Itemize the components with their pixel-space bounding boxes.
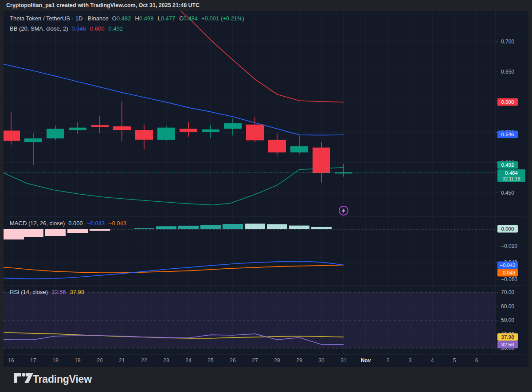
- bb-basis-line: [4, 64, 344, 135]
- macd-badge-2: −0.043: [497, 269, 518, 277]
- macd-hist-bar: [156, 226, 176, 229]
- rsi-values: 32.5637.98: [51, 289, 84, 295]
- macd-legend[interactable]: MACD (12, 26, close) 0.000−0.043−0.043: [10, 220, 126, 227]
- snapshot-title: Cryptopolitan_pa1 created with TradingVi…: [6, 2, 200, 8]
- macd-values: 0.000−0.043−0.043: [68, 220, 126, 227]
- time-label-17[interactable]: 17: [30, 357, 36, 364]
- macd-badge-0: 0.000: [497, 225, 518, 233]
- time-label-30[interactable]: 30: [318, 357, 324, 364]
- ohlc-L: L0.477: [157, 15, 175, 22]
- candle-oct-16: [4, 113, 20, 145]
- rsi-badge-37.98: 37.98: [497, 333, 518, 341]
- time-label-21[interactable]: 21: [119, 357, 125, 364]
- bb-legend-label[interactable]: BB (20, SMA, close, 2): [10, 25, 68, 32]
- tradingview-wordmark[interactable]: TradingView: [33, 373, 92, 385]
- macd-line: [4, 261, 344, 279]
- bb-legend[interactable]: BB (20, SMA, close, 2) 0.5460.6000.492: [10, 25, 123, 32]
- time-label-31[interactable]: 31: [340, 357, 346, 364]
- candle-oct-21: [113, 102, 131, 141]
- candle-oct-19: [69, 122, 86, 133]
- time-label-22[interactable]: 22: [141, 357, 147, 364]
- bb-value-0: 0.546: [72, 25, 86, 32]
- candle-oct-18: [47, 126, 64, 140]
- candle-oct-28: [268, 133, 286, 155]
- price-badge-0.600: 0.600: [497, 98, 518, 106]
- macd-hist-bar: [311, 227, 332, 229]
- time-label-25[interactable]: 25: [207, 357, 213, 364]
- candle-oct-29: [290, 135, 308, 154]
- rsi-label-60.00: 60.00: [501, 303, 514, 310]
- time-label-23[interactable]: 23: [163, 357, 169, 364]
- chart-widget[interactable]: [4, 11, 528, 367]
- rsi-value-0: 32.56: [51, 289, 66, 295]
- chart-canvas[interactable]: [4, 11, 528, 367]
- symbol-legend[interactable]: Theta Token / TetherUS · 1D · Binance O0…: [10, 15, 244, 22]
- time-label-18[interactable]: 18: [52, 357, 58, 364]
- candle-oct-23: [157, 126, 175, 141]
- macd-value-0: 0.000: [68, 220, 83, 227]
- time-label-19[interactable]: 19: [74, 357, 80, 364]
- time-label-Nov[interactable]: Nov: [361, 357, 371, 364]
- macd-hist-bar: [178, 226, 199, 229]
- macd-label-−0.060: −0.060: [501, 276, 517, 282]
- bb-values: 0.5460.6000.492: [72, 25, 123, 32]
- rsi-legend[interactable]: RSI (14, close) 32.5637.98: [10, 289, 84, 295]
- macd-hist-bar: [267, 224, 287, 229]
- macd-hist-bar: [67, 229, 88, 233]
- ohlc-values: O0.482H0.498L0.477C0.484: [112, 15, 198, 22]
- tradingview-logo-icon[interactable]: [13, 373, 34, 386]
- bb-value-2: 0.492: [109, 25, 123, 32]
- bb-upper-line: [181, 11, 344, 102]
- symbol-description[interactable]: Theta Token / TetherUS · 1D · Binance: [10, 15, 109, 22]
- rsi-label-70.00: 70.00: [501, 289, 514, 295]
- macd-hist-bar: [23, 229, 43, 237]
- macd-hist-bar: [333, 229, 354, 229]
- candle-oct-31: [335, 164, 352, 177]
- macd-badge-1: −0.043: [497, 262, 518, 269]
- time-label-4[interactable]: 4: [431, 357, 434, 364]
- time-label-24[interactable]: 24: [185, 357, 191, 364]
- ohlc-C: C0.484: [179, 15, 198, 22]
- time-label-29[interactable]: 29: [296, 357, 302, 364]
- candle-oct-30: [313, 142, 330, 182]
- time-label-2[interactable]: 2: [387, 357, 390, 364]
- bollinger-bands: [4, 11, 344, 205]
- time-label-26[interactable]: 26: [230, 357, 235, 364]
- macd-hist-bar: [289, 226, 309, 229]
- candle-oct-26: [224, 118, 242, 135]
- candle-oct-20: [91, 116, 109, 133]
- last-price: 0.484: [497, 170, 525, 176]
- time-label-20[interactable]: 20: [97, 357, 102, 364]
- macd-hist-bar: [223, 224, 243, 229]
- price-badge-0.492: 0.492: [497, 161, 518, 169]
- price-badge-0.546: 0.546: [497, 131, 518, 138]
- time-label-28[interactable]: 28: [274, 357, 280, 364]
- candle-oct-17: [24, 133, 42, 165]
- macd-value-1: −0.043: [87, 220, 105, 227]
- ohlc-O: O0.482: [112, 15, 131, 22]
- change-value: +0.001 (+0.21%): [201, 15, 244, 22]
- ohlc-H: H0.498: [135, 15, 153, 22]
- candle-oct-22: [135, 125, 153, 149]
- macd-hist-bar: [134, 228, 154, 229]
- rsi-label-50.00: 50.00: [501, 317, 514, 323]
- tradingview-snapshot: Cryptopolitan_pa1 created with TradingVi…: [0, 0, 532, 392]
- macd-hist-bar: [200, 225, 221, 229]
- time-label-3[interactable]: 3: [409, 357, 412, 364]
- price-label-0.650: 0.650: [501, 69, 514, 75]
- candles[interactable]: [4, 102, 352, 183]
- macd-hist-bar: [245, 223, 265, 229]
- time-label-5[interactable]: 5: [453, 357, 456, 364]
- candle-oct-24: [180, 122, 197, 137]
- bb-value-1: 0.600: [90, 25, 105, 32]
- bb-lower-line: [4, 168, 344, 205]
- macd-hist-bar: [45, 229, 66, 236]
- time-label-27[interactable]: 27: [252, 357, 258, 364]
- rsi-legend-label[interactable]: RSI (14, close): [10, 289, 48, 295]
- macd-hist-bar: [4, 229, 24, 239]
- macd-legend-label[interactable]: MACD (12, 26, close): [10, 220, 65, 227]
- candle-oct-25: [202, 125, 219, 138]
- time-label-16[interactable]: 16: [8, 357, 14, 364]
- candle-oct-27: [246, 117, 264, 142]
- time-label-6[interactable]: 6: [475, 357, 478, 364]
